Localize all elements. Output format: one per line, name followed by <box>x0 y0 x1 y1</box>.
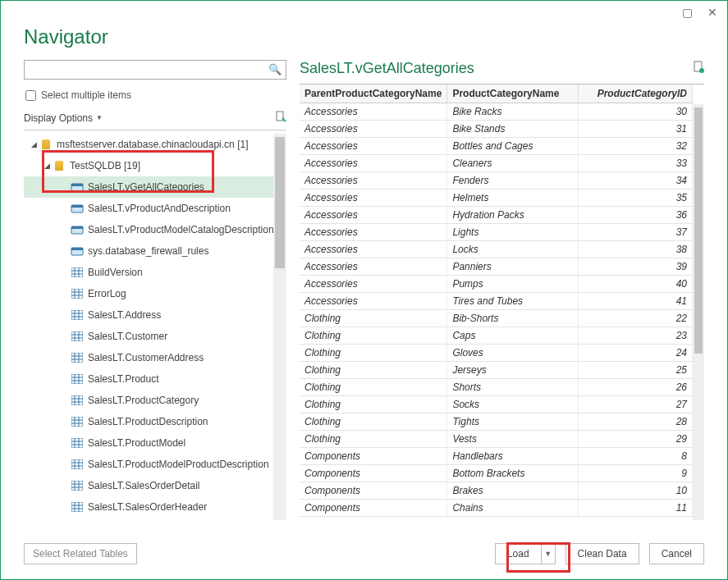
select-related-tables-button[interactable]: Select Related Tables <box>24 543 137 564</box>
display-options-label: Display Options <box>24 112 93 124</box>
tree-item[interactable]: BuildVersion <box>24 262 286 283</box>
tree-item[interactable]: SalesLT.ProductModelProductDescription <box>24 454 286 475</box>
navigator-dialog: ▢ ✕ Navigator 🔍 Select multiple items Di… <box>0 0 728 580</box>
tree-item[interactable]: SalesLT.vGetAllCategories <box>24 176 286 198</box>
load-split-button[interactable]: Load ▼ <box>495 543 556 564</box>
grid-scrollbar[interactable] <box>693 104 704 520</box>
table-icon <box>70 308 85 322</box>
table-row[interactable]: ComponentsChains11 <box>300 500 693 517</box>
column-header[interactable]: ProductCategoryName <box>447 84 579 103</box>
table-row[interactable]: ClothingTights28 <box>300 413 693 431</box>
table-row[interactable]: ClothingJerseys25 <box>300 362 693 379</box>
search-icon[interactable]: 🔍 <box>268 63 282 75</box>
table-row[interactable]: AccessoriesLights37 <box>300 224 693 241</box>
column-header[interactable]: ParentProductCategoryName <box>300 84 447 103</box>
database-server-icon <box>39 138 53 151</box>
tree-item[interactable]: ErrorLog <box>24 283 286 304</box>
table-row[interactable]: AccessoriesPanniers39 <box>300 258 693 276</box>
close-icon[interactable]: ✕ <box>707 6 717 19</box>
table-row[interactable]: AccessoriesPumps40 <box>300 276 693 293</box>
table-icon <box>70 330 85 343</box>
svg-rect-34 <box>71 374 83 384</box>
svg-rect-8 <box>71 248 83 250</box>
tree-item[interactable]: SalesLT.Customer <box>24 326 286 347</box>
view-icon <box>70 180 85 194</box>
table-icon <box>70 479 85 492</box>
table-row[interactable]: AccessoriesBike Stands31 <box>300 121 693 138</box>
search-input[interactable] <box>24 60 286 80</box>
svg-rect-14 <box>71 289 83 299</box>
tree-item[interactable]: SalesLT.Product <box>24 368 286 390</box>
tree-database-node[interactable]: ◢TestSQLDB [19] <box>24 155 286 176</box>
view-icon <box>70 202 85 215</box>
tree-item[interactable]: sys.database_firewall_rules <box>24 240 286 262</box>
tree-item[interactable]: SalesLT.vProductAndDescription <box>24 198 286 219</box>
load-button[interactable]: Load <box>495 543 541 564</box>
svg-rect-39 <box>71 395 83 405</box>
tree-item[interactable]: SalesLT.SalesOrderHeader <box>24 496 286 518</box>
table-row[interactable]: AccessoriesFenders34 <box>300 172 693 190</box>
tree-scrollbar[interactable] <box>273 134 286 520</box>
svg-rect-59 <box>71 481 83 491</box>
refresh-icon[interactable] <box>275 111 286 125</box>
svg-point-70 <box>699 68 704 73</box>
chevron-down-icon: ▼ <box>96 114 103 121</box>
table-row[interactable]: ComponentsHandlebars8 <box>300 448 693 465</box>
tree-server-node[interactable]: ◢msftestserver.database.chinacloudapi.cn… <box>24 134 286 155</box>
table-row[interactable]: AccessoriesHydration Packs36 <box>300 207 693 224</box>
svg-rect-6 <box>71 226 83 229</box>
tree-item[interactable]: SalesLT.ProductCategory <box>24 390 286 411</box>
table-row[interactable]: AccessoriesTires and Tubes41 <box>300 293 693 310</box>
preview-title: SalesLT.vGetAllCategories <box>300 60 474 77</box>
load-dropdown-toggle[interactable]: ▼ <box>541 543 556 564</box>
svg-rect-29 <box>71 353 83 363</box>
maximize-icon[interactable]: ▢ <box>682 6 693 19</box>
svg-rect-64 <box>71 502 83 512</box>
tree-item[interactable]: SalesLT.ProductDescription <box>24 411 286 432</box>
tree-item[interactable]: SalesLT.SalesOrderDetail <box>24 475 286 496</box>
table-row[interactable]: AccessoriesLocks38 <box>300 241 693 258</box>
tree-item[interactable]: SalesLT.Address <box>24 304 286 326</box>
dialog-title: Navigator <box>24 25 704 48</box>
table-row[interactable]: ComponentsBrakes10 <box>300 482 693 500</box>
svg-rect-49 <box>71 438 83 448</box>
table-row[interactable]: ComponentsBottom Brackets9 <box>300 465 693 482</box>
table-row[interactable]: ClothingShorts26 <box>300 379 693 396</box>
svg-rect-2 <box>71 184 83 186</box>
svg-rect-24 <box>71 331 83 341</box>
tree-item[interactable]: SalesLT.vProductModelCatalogDescription <box>24 219 286 240</box>
column-header[interactable]: ProductCategoryID <box>579 84 693 103</box>
tree-item[interactable]: SalesLT.ProductModel <box>24 432 286 454</box>
preview-options-icon[interactable] <box>693 61 704 76</box>
display-options-dropdown[interactable]: Display Options ▼ <box>24 112 103 124</box>
table-row[interactable]: ClothingVests29 <box>300 431 693 448</box>
clean-data-button[interactable]: Clean Data <box>565 543 639 564</box>
preview-table: ParentProductCategoryNameProductCategory… <box>300 84 693 517</box>
table-row[interactable]: ClothingSocks27 <box>300 396 693 413</box>
svg-rect-0 <box>277 112 283 121</box>
table-row[interactable]: AccessoriesBike Racks30 <box>300 103 693 121</box>
cancel-button[interactable]: Cancel <box>649 543 704 564</box>
database-icon <box>52 159 66 172</box>
table-icon <box>70 458 85 471</box>
table-icon <box>70 436 85 450</box>
table-icon <box>70 351 85 364</box>
table-row[interactable]: ClothingBib-Shorts22 <box>300 310 693 327</box>
table-row[interactable]: AccessoriesBottles and Cages32 <box>300 138 693 155</box>
table-icon <box>70 500 85 514</box>
table-icon <box>70 372 85 386</box>
table-row[interactable]: ClothingGloves24 <box>300 345 693 362</box>
preview-pane: SalesLT.vGetAllCategories ParentProductC… <box>300 60 704 520</box>
table-icon <box>70 394 85 407</box>
navigator-left-pane: 🔍 Select multiple items Display Options … <box>24 60 286 520</box>
table-row[interactable]: AccessoriesHelmets35 <box>300 190 693 207</box>
table-row[interactable]: AccessoriesCleaners33 <box>300 155 693 172</box>
svg-rect-9 <box>71 267 83 277</box>
select-multiple-checkbox[interactable] <box>25 90 36 101</box>
svg-rect-19 <box>71 310 83 320</box>
table-icon <box>70 287 85 300</box>
table-row[interactable]: ClothingCaps23 <box>300 327 693 345</box>
object-tree[interactable]: ◢msftestserver.database.chinacloudapi.cn… <box>24 134 286 520</box>
tree-item[interactable]: SalesLT.CustomerAddress <box>24 347 286 368</box>
tree-item[interactable]: fxufnGetAllCategories <box>24 518 286 520</box>
